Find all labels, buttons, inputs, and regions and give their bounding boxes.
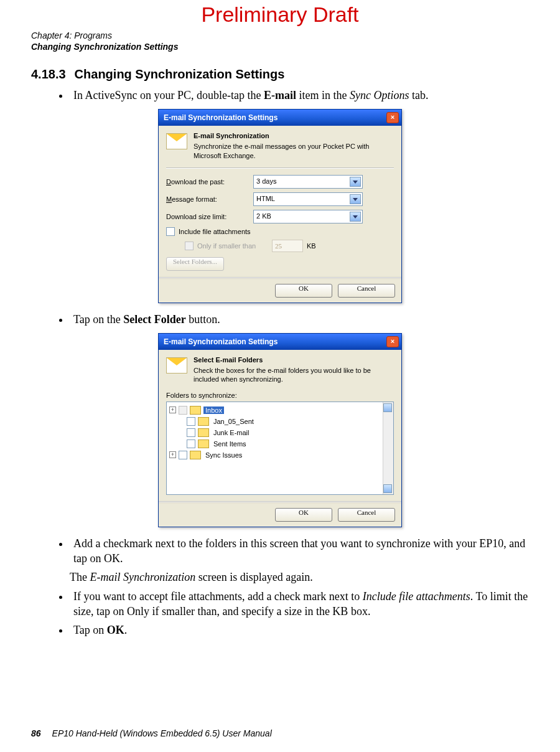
text: screen is displayed again. — [195, 571, 312, 583]
download-past-select[interactable]: 3 days — [253, 175, 363, 189]
dialog-title: E-mail Synchronization Settings — [164, 113, 278, 122]
dialog-heading: E-mail Synchronization — [194, 132, 394, 139]
size-limit-select[interactable]: 2 KB — [253, 210, 363, 223]
message-format-label: Message format: — [166, 195, 253, 203]
folder-sync-issues[interactable]: Sync Issues — [203, 451, 244, 459]
ok-button[interactable]: OK — [275, 508, 332, 522]
only-if-smaller-label: Only if smaller than — [197, 242, 272, 250]
mail-icon — [166, 133, 187, 149]
kb-size-input: 25 — [272, 240, 303, 252]
folder-inbox[interactable]: Inbox — [203, 407, 224, 414]
folder-icon — [198, 428, 209, 437]
header-section: Changing Synchronization Settings — [31, 42, 529, 53]
mid-paragraph: The E-mail Synchronization screen is dis… — [70, 570, 529, 585]
folder-checkbox[interactable] — [187, 417, 195, 426]
folders-label: Folders to synchronize: — [166, 392, 394, 399]
text: The — [70, 571, 90, 583]
scrollbar-track[interactable] — [383, 402, 393, 494]
text: button. — [186, 313, 220, 326]
folder-icon — [190, 406, 201, 415]
text-bold: E-mail — [264, 89, 296, 101]
email-sync-settings-dialog: E-mail Synchronization Settings × E-mail… — [158, 109, 402, 303]
folder-icon — [190, 451, 201, 459]
folder-checkbox[interactable] — [179, 451, 187, 459]
text-italic: Sync Options — [350, 89, 409, 101]
bullet-2: Tap on the Select Folder button. — [70, 312, 529, 327]
dialog-titlebar[interactable]: E-mail Synchronization Settings × — [159, 110, 401, 126]
ok-button[interactable]: OK — [275, 284, 332, 298]
text-bold: OK — [107, 624, 124, 636]
text-bold: Select Folder — [123, 313, 185, 326]
folder-tree[interactable]: + Inbox Jan_05_Sent — [166, 402, 394, 495]
bullet-3: Add a checkmark next to the folders in t… — [70, 536, 529, 566]
section-number: 4.18.3 — [31, 67, 66, 81]
folder-icon — [198, 439, 209, 448]
folder-jan[interactable]: Jan_05_Sent — [212, 418, 256, 425]
text: Tap on — [73, 624, 107, 636]
folder-checkbox[interactable] — [187, 439, 195, 448]
scroll-down-icon[interactable] — [383, 484, 392, 493]
include-attachments-checkbox[interactable] — [166, 227, 175, 236]
dialog-subtext: Check the boxes for the e-mail folders y… — [194, 366, 394, 384]
folder-sent[interactable]: Sent Items — [212, 440, 248, 448]
text: . — [124, 624, 128, 636]
text: tab. — [409, 89, 428, 101]
dialog-titlebar[interactable]: E-mail Synchronization Settings × — [159, 334, 401, 350]
section-title: Changing Synchronization Settings — [75, 67, 285, 81]
message-format-select[interactable]: HTML — [253, 192, 363, 206]
bullet-4: If you want to accept file attachments, … — [70, 589, 529, 619]
folder-junk[interactable]: Junk E-mail — [212, 429, 251, 436]
bullet-5: Tap on OK. — [70, 623, 529, 637]
section-heading: 4.18.3Changing Synchronization Settings — [31, 67, 529, 82]
footer-text: EP10 Hand-Held (Windows Embedded 6.5) Us… — [52, 728, 272, 738]
text: Tap on the — [73, 313, 123, 326]
text: item in the — [296, 89, 350, 101]
select-folders-button: Select Folders... — [166, 257, 224, 271]
folder-icon — [198, 417, 209, 426]
download-past-label: Download the past: — [166, 178, 253, 186]
select-folders-dialog: E-mail Synchronization Settings × Select… — [158, 333, 402, 527]
header-chapter: Chapter 4: Programs — [31, 31, 529, 42]
text-italic: Include file attach­ments — [363, 590, 470, 603]
dialog-subtext: Synchronize the e-mail messages on your … — [194, 142, 394, 160]
dialog-heading: Select E-mail Folders — [194, 356, 394, 364]
expander-icon[interactable]: + — [169, 451, 176, 458]
text: If you want to accept file attachments, … — [73, 590, 363, 603]
close-icon[interactable]: × — [386, 336, 399, 347]
folder-checkbox — [179, 406, 187, 415]
watermark-text: Preliminary Draft — [31, 0, 529, 28]
bullet-1: In ActiveSync on your PC, double-tap the… — [70, 88, 529, 103]
dialog-title: E-mail Synchronization Settings — [164, 337, 278, 346]
page-footer: 86EP10 Hand-Held (Windows Embedded 6.5) … — [31, 728, 272, 738]
expander-icon[interactable]: + — [169, 407, 176, 413]
folder-checkbox[interactable] — [187, 428, 195, 437]
kb-unit-label: KB — [307, 242, 316, 250]
close-icon[interactable]: × — [386, 112, 399, 123]
cancel-button[interactable]: Cancel — [338, 508, 395, 522]
page-header: Chapter 4: Programs Changing Synchroniza… — [31, 31, 529, 52]
page-number: 86 — [31, 728, 41, 738]
mail-icon — [166, 357, 187, 374]
only-if-smaller-checkbox — [185, 242, 194, 250]
text: In ActiveSync on your PC, double-tap the — [73, 89, 264, 101]
include-attachments-label: Include file attachments — [179, 228, 251, 235]
scroll-up-icon[interactable] — [383, 403, 392, 412]
cancel-button[interactable]: Cancel — [338, 284, 395, 298]
text-italic: E-mail Synchronization — [90, 571, 195, 583]
size-limit-label: Download size limit: — [166, 213, 253, 220]
